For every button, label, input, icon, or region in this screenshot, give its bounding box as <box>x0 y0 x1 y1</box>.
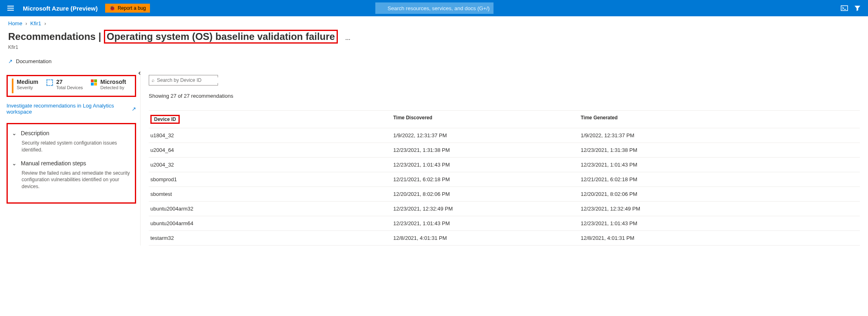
cell-time-discovered: 12/23/2021, 1:01:43 PM <box>393 220 581 226</box>
page-title: Recommendations | Operating system (OS) … <box>8 30 338 44</box>
table-row[interactable]: u2004_3212/23/2021, 1:01:43 PM12/23/2021… <box>149 158 860 172</box>
devices-label: Total Devices <box>56 85 83 90</box>
chevron-down-icon: ⌄ <box>12 160 17 167</box>
investigate-link[interactable]: Investigate recommendations in Log Analy… <box>7 103 136 115</box>
cell-time-generated: 12/23/2021, 1:31:38 PM <box>581 147 860 153</box>
severity-label: Severity <box>17 85 38 90</box>
chevron-right-icon: › <box>44 20 46 26</box>
table-row[interactable]: sbomprod112/21/2021, 6:02:18 PM12/21/202… <box>149 172 860 187</box>
investigate-link-label: Investigate recommendations in Log Analy… <box>7 103 130 115</box>
cell-device-id: u2004_64 <box>149 147 393 153</box>
cell-time-discovered: 1/9/2022, 12:31:37 PM <box>393 132 581 138</box>
chevron-right-icon: › <box>25 20 27 26</box>
cell-time-generated: 12/23/2021, 1:01:43 PM <box>581 162 860 168</box>
stat-devices: 27 Total Devices <box>42 79 87 93</box>
page-subtitle: Kfir1 <box>0 44 868 54</box>
device-search-input[interactable] <box>157 77 218 83</box>
hamburger-icon <box>7 5 14 11</box>
table-header: Device ID Time Discovered Time Generated <box>149 110 860 128</box>
title-prefix: Recommendations <box>8 31 96 42</box>
table-body: u1804_321/9/2022, 12:31:37 PM1/9/2022, 1… <box>149 128 860 246</box>
doc-link-label: Documentation <box>16 58 51 64</box>
cell-device-id: ubuntu2004arm32 <box>149 206 393 212</box>
more-actions-button[interactable]: … <box>340 35 350 41</box>
table-row[interactable]: ubuntu2004arm6412/23/2021, 1:01:43 PM12/… <box>149 216 860 231</box>
page-title-row: Recommendations | Operating system (OS) … <box>0 28 868 44</box>
documentation-link[interactable]: ↗ Documentation <box>0 54 868 71</box>
bug-icon: 🐞 <box>109 5 115 11</box>
hamburger-menu-button[interactable] <box>3 1 18 15</box>
microsoft-logo-icon <box>91 79 97 86</box>
cell-time-discovered: 12/23/2021, 1:01:43 PM <box>393 162 581 168</box>
stat-detected: Microsoft Detected by <box>87 79 130 93</box>
filter-icon[interactable] <box>853 4 861 12</box>
report-bug-button[interactable]: 🐞 Report a bug <box>105 4 150 13</box>
cell-time-generated: 12/23/2021, 12:32:49 PM <box>581 206 860 212</box>
description-title: Description <box>21 130 49 136</box>
table-row[interactable]: sbomtest12/20/2021, 8:02:06 PM12/20/2021… <box>149 187 860 202</box>
device-search[interactable]: ⌕ <box>149 75 218 86</box>
stats-box: Medium Severity 27 Total Devices Microso… <box>7 75 136 97</box>
cell-time-generated: 12/20/2021, 8:02:06 PM <box>581 191 860 197</box>
cell-device-id: u1804_32 <box>149 132 393 138</box>
description-body: Security related system configuration is… <box>22 140 131 154</box>
breadcrumb-home[interactable]: Home <box>8 20 22 26</box>
description-toggle[interactable]: ⌄ Description <box>12 130 131 136</box>
content: ‹‹ Medium Severity 27 Total Devices <box>0 71 868 246</box>
title-main: Operating system (OS) baseline validatio… <box>104 30 338 44</box>
cell-time-discovered: 12/8/2021, 4:01:31 PM <box>393 235 581 241</box>
left-pane: ‹‹ Medium Severity 27 Total Devices <box>2 71 140 246</box>
top-bar: Microsoft Azure (Preview) 🐞 Report a bug… <box>0 0 868 16</box>
column-device-id[interactable]: Device ID <box>150 115 180 124</box>
cell-device-id: u2004_32 <box>149 162 393 168</box>
cell-device-id: sbomprod1 <box>149 176 393 182</box>
cell-device-id: ubuntu2004arm64 <box>149 220 393 226</box>
right-pane: ⌕ Showing 27 of 27 recommendations Devic… <box>140 71 868 246</box>
cell-time-generated: 12/23/2021, 1:01:43 PM <box>581 220 860 226</box>
top-right-icons <box>837 4 865 12</box>
cell-device-id: testarm32 <box>149 235 393 241</box>
cell-time-generated: 12/8/2021, 4:01:31 PM <box>581 235 860 241</box>
external-link-icon: ↗ <box>8 58 13 64</box>
svg-rect-1 <box>7 8 14 9</box>
column-time-discovered[interactable]: Time Discovered <box>393 115 581 124</box>
remediation-body: Review the failed rules and remediate th… <box>22 170 131 190</box>
svg-rect-0 <box>7 6 14 7</box>
cell-device-id: sbomtest <box>149 191 393 197</box>
severity-value: Medium <box>17 79 38 85</box>
table-row[interactable]: u1804_321/9/2022, 12:31:37 PM1/9/2022, 1… <box>149 128 860 143</box>
description-box: ⌄ Description Security related system co… <box>7 123 136 204</box>
remediation-toggle[interactable]: ⌄ Manual remediation steps <box>12 160 131 167</box>
chevron-down-icon: ⌄ <box>12 130 17 136</box>
devices-value: 27 <box>56 79 83 85</box>
cell-time-discovered: 12/23/2021, 12:32:49 PM <box>393 206 581 212</box>
remediation-title: Manual remediation steps <box>21 160 86 167</box>
devices-icon <box>46 79 53 86</box>
table-row[interactable]: testarm3212/8/2021, 4:01:31 PM12/8/2021,… <box>149 231 860 246</box>
svg-rect-3 <box>841 6 848 11</box>
cloud-shell-icon[interactable] <box>840 4 848 12</box>
cell-time-generated: 1/9/2022, 12:31:37 PM <box>581 132 860 138</box>
severity-bar-icon <box>12 79 13 93</box>
bug-label: Report a bug <box>118 5 146 11</box>
detected-label: Detected by <box>100 85 126 90</box>
cell-time-discovered: 12/20/2021, 8:02:06 PM <box>393 191 581 197</box>
brand-label: Microsoft Azure (Preview) <box>23 5 98 12</box>
detected-value: Microsoft <box>100 79 126 85</box>
external-link-icon: ↗ <box>132 106 136 112</box>
global-search-input[interactable] <box>375 2 493 14</box>
search-wrap: ⌕ <box>150 2 837 14</box>
column-time-generated[interactable]: Time Generated <box>581 115 860 124</box>
breadcrumb: Home › Kfir1 › <box>0 16 868 28</box>
table-row[interactable]: u2004_6412/23/2021, 1:31:38 PM12/23/2021… <box>149 143 860 158</box>
breadcrumb-item[interactable]: Kfir1 <box>30 20 41 26</box>
showing-count: Showing 27 of 27 recommendations <box>149 93 860 99</box>
cell-time-discovered: 12/23/2021, 1:31:38 PM <box>393 147 581 153</box>
search-icon: ⌕ <box>152 77 154 83</box>
stat-severity: Medium Severity <box>8 79 42 93</box>
cell-time-discovered: 12/21/2021, 6:02:18 PM <box>393 176 581 182</box>
table-row[interactable]: ubuntu2004arm3212/23/2021, 12:32:49 PM12… <box>149 202 860 216</box>
title-divider: | <box>98 31 101 42</box>
cell-time-generated: 12/21/2021, 6:02:18 PM <box>581 176 860 182</box>
svg-rect-2 <box>7 10 14 11</box>
